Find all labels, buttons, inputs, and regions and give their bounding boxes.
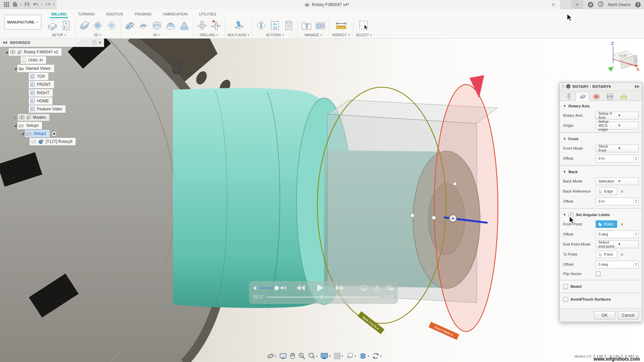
airplay-icon[interactable] <box>360 286 367 291</box>
rotary-axis-select[interactable]: Setup X Axis▼ <box>596 112 639 119</box>
group-actions-label[interactable]: ACTIONS <box>266 33 281 37</box>
from-offset-input[interactable]: 0 deg▲▼ <box>596 230 639 238</box>
drill-icon[interactable] <box>196 19 208 32</box>
redo-caret[interactable]: ▼ <box>52 3 55 6</box>
steps-icon[interactable]: ▼ <box>358 353 370 359</box>
handle-point-2[interactable] <box>432 216 436 220</box>
front-limit-disc[interactable] <box>434 85 498 331</box>
to-point-button[interactable]: Point <box>596 251 617 258</box>
hidden-eye-icon[interactable] <box>31 140 36 144</box>
user-name[interactable]: Marti Deans <box>608 2 631 7</box>
tool-library-icon[interactable] <box>301 19 313 32</box>
tab-radii[interactable] <box>589 92 603 101</box>
active-setup-radio[interactable] <box>52 131 57 136</box>
ok-button[interactable]: OK <box>594 311 615 319</box>
browser-item-view-top[interactable]: TOP <box>0 72 104 81</box>
redo-icon[interactable] <box>44 1 52 8</box>
viewports-icon[interactable]: ▼ <box>345 352 357 360</box>
help-icon[interactable]: ? <box>635 2 641 7</box>
grid-icon[interactable]: ▼ <box>333 352 344 360</box>
tab-geometry[interactable] <box>576 92 589 101</box>
2d-face-icon[interactable] <box>78 19 90 32</box>
collapse-panel-icon[interactable] <box>3 41 7 44</box>
to-offset-input[interactable]: 0 deg▲▼ <box>596 261 639 268</box>
section-collapse-icon[interactable]: ▼ <box>563 137 566 141</box>
section-front[interactable]: ▼ Front <box>563 135 639 143</box>
tab-additive[interactable]: ADDITIVE <box>100 10 129 18</box>
tab-milling[interactable]: MILLING <box>46 10 72 18</box>
measure-icon[interactable] <box>335 19 347 32</box>
morphed-spiral-icon[interactable] <box>178 19 190 32</box>
undo-caret[interactable]: ▼ <box>40 3 43 6</box>
tab-utilities[interactable]: UTILITIES <box>193 10 222 18</box>
pip-icon[interactable] <box>386 286 394 291</box>
expand-arrow-icon[interactable]: ◢ <box>13 67 17 70</box>
orbit-icon[interactable]: ▼ <box>266 352 278 360</box>
document-tab[interactable]: Rotary F360047 v4* ✕ <box>56 0 560 9</box>
back-mode-select[interactable]: Selection▼ <box>596 177 639 185</box>
close-tab-icon[interactable]: ✕ <box>551 2 555 7</box>
from-point-button[interactable]: Point <box>596 220 617 228</box>
rewind-button[interactable] <box>296 285 305 291</box>
window-select-icon[interactable] <box>358 19 370 32</box>
save-icon[interactable] <box>24 1 31 8</box>
section-collapse-icon[interactable]: ▼ <box>563 213 566 216</box>
file-menu-icon[interactable] <box>11 1 19 8</box>
visibility-eye-icon[interactable] <box>10 50 15 54</box>
back-offset-input[interactable]: 0 in▲▼ <box>596 198 639 205</box>
end-point-mode-select[interactable]: Select end point▼ <box>596 241 639 248</box>
browser-item-view-right[interactable]: RIGHT <box>0 89 104 97</box>
clear-selection-icon[interactable]: × <box>620 252 624 257</box>
browser-item-view-front[interactable]: FRONT <box>0 81 104 89</box>
zoom-icon[interactable] <box>297 352 306 360</box>
tab-turning[interactable]: TURNING <box>72 10 100 18</box>
group-3d-label[interactable]: 3D <box>153 33 157 37</box>
view-cube[interactable]: Z TOP RIGHT X <box>606 39 640 76</box>
tab-probing[interactable]: PROBING <box>129 10 157 18</box>
section-back[interactable]: ▼ Back <box>563 167 639 176</box>
new-tab-button[interactable]: + <box>571 0 583 9</box>
clear-selection-icon[interactable]: × <box>620 222 624 227</box>
dialog-header[interactable]: − ROTARY : ROTARY9 <box>560 83 642 91</box>
browser-item-setups[interactable]: ◢ Setups <box>0 121 104 130</box>
adaptive-clearing-icon[interactable] <box>123 19 135 32</box>
group-setup-label[interactable]: SETUP <box>52 33 63 37</box>
browser-item-named-views[interactable]: ◢ Named Views <box>0 64 104 72</box>
front-offset-input[interactable]: 0 in▲▼ <box>596 155 639 162</box>
handle-point-1[interactable] <box>410 213 414 217</box>
group-drilling-label[interactable]: DRILLING <box>199 33 215 37</box>
fast-forward-button[interactable] <box>335 285 344 291</box>
flip-sector-checkbox[interactable] <box>596 271 601 276</box>
tab-passes[interactable] <box>617 92 631 101</box>
browser-item-setup1[interactable]: ◢ Setup1 <box>0 130 104 138</box>
new-setup-icon[interactable] <box>46 19 58 32</box>
cancel-button[interactable]: Cancel <box>618 311 639 319</box>
zoom-window-icon[interactable]: ▼ <box>307 352 319 360</box>
setup-sheet-icon[interactable]: G <box>60 19 72 32</box>
machine-library-icon[interactable] <box>314 19 326 32</box>
undo-icon[interactable] <box>32 1 40 8</box>
expand-arrow-icon[interactable]: ◢ <box>13 124 17 127</box>
section-avoid-touch[interactable]: Avoid/Touch Surfaces <box>563 295 639 304</box>
back-reference-button[interactable]: Edge <box>596 188 617 195</box>
scallop-icon[interactable] <box>165 19 177 32</box>
2d-contour-icon[interactable] <box>105 19 118 32</box>
file-menu-caret[interactable]: ▼ <box>19 3 22 6</box>
dialog-collapse-icon[interactable]: − <box>566 84 570 89</box>
2d-pocket-icon[interactable] <box>92 19 104 32</box>
seek-handle[interactable] <box>321 295 322 299</box>
expand-arrow-icon[interactable]: ◢ <box>21 132 25 135</box>
app-grid-icon[interactable] <box>3 1 10 8</box>
group-manage-label[interactable]: MANAGE <box>305 33 319 37</box>
browser-menu-icon[interactable] <box>92 41 96 45</box>
nc-program-icon[interactable] <box>283 19 295 32</box>
collapsed-arrow-icon[interactable]: ▷ <box>13 116 17 119</box>
group-2d-label[interactable]: 2D <box>94 33 98 37</box>
stepper-arrows[interactable]: ▲▼ <box>633 261 638 268</box>
origin-select[interactable]: Setup WCS origin▼ <box>596 122 639 130</box>
stepper-arrows[interactable]: ▲▼ <box>633 231 638 238</box>
group-select-label[interactable]: SELECT <box>356 33 369 37</box>
look-at-icon[interactable] <box>279 353 287 359</box>
browser-item-feature-video[interactable]: Feature Video <box>0 105 104 113</box>
clear-selection-icon[interactable]: × <box>620 189 624 194</box>
